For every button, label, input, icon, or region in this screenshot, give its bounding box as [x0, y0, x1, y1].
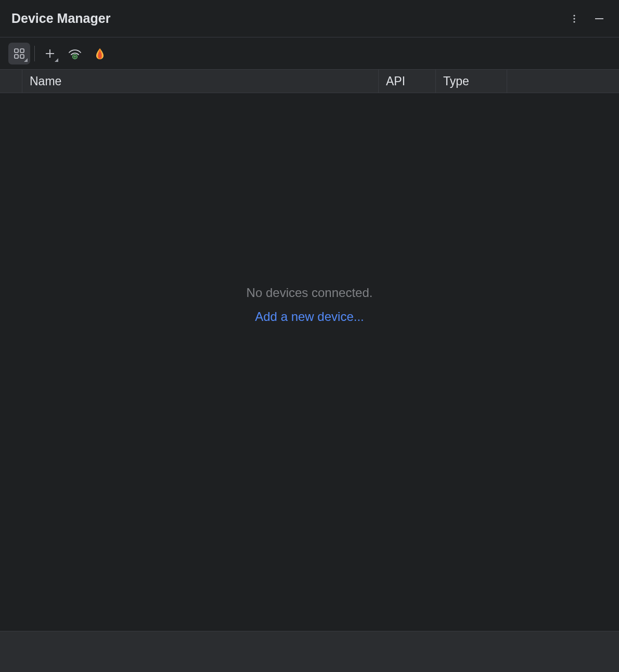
bottom-bar: [0, 631, 619, 672]
column-header-actions: [507, 70, 619, 93]
firebase-icon: [93, 47, 107, 60]
header-actions: [565, 9, 609, 28]
more-options-button[interactable]: [565, 9, 584, 28]
svg-rect-6: [15, 55, 18, 58]
panel-title: Device Manager: [11, 11, 110, 26]
svg-point-2: [573, 21, 575, 22]
add-device-link[interactable]: Add a new device...: [255, 309, 364, 324]
minimize-icon: [594, 13, 605, 24]
empty-state-message: No devices connected.: [247, 286, 373, 300]
toolbar-divider: [34, 46, 35, 61]
table-body: No devices connected. Add a new device..…: [0, 93, 619, 631]
svg-rect-4: [15, 49, 18, 53]
table-header: Name API Type: [0, 70, 619, 93]
svg-point-0: [573, 15, 575, 16]
svg-rect-7: [20, 55, 24, 58]
expand-corner-icon: [55, 58, 58, 62]
column-header-name[interactable]: Name: [22, 70, 379, 93]
svg-rect-5: [20, 49, 24, 53]
table-header-spacer: [0, 70, 22, 93]
more-vert-icon: [569, 14, 579, 24]
svg-point-1: [573, 18, 575, 19]
expand-corner-icon: [24, 58, 28, 62]
wifi-pair-icon: [67, 46, 83, 61]
add-device-button[interactable]: [39, 43, 61, 64]
column-header-type[interactable]: Type: [436, 70, 507, 93]
device-explorer-button[interactable]: [8, 43, 30, 64]
column-header-api[interactable]: API: [379, 70, 436, 93]
wifi-pair-button[interactable]: [64, 43, 86, 64]
toolbar: [0, 37, 619, 70]
minimize-button[interactable]: [590, 9, 609, 28]
panel-header: Device Manager: [0, 0, 619, 37]
firebase-button[interactable]: [89, 43, 111, 64]
